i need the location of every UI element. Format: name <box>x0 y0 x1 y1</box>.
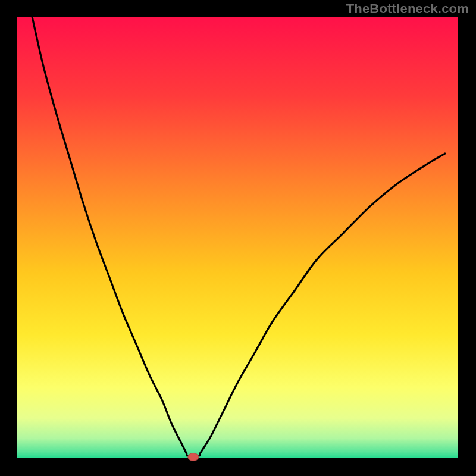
bottleneck-curve-plot <box>0 0 476 476</box>
gradient-background <box>17 17 458 458</box>
chart-frame: TheBottleneck.com <box>0 0 476 476</box>
watermark-text: TheBottleneck.com <box>346 1 469 17</box>
optimal-point-marker <box>188 453 199 461</box>
